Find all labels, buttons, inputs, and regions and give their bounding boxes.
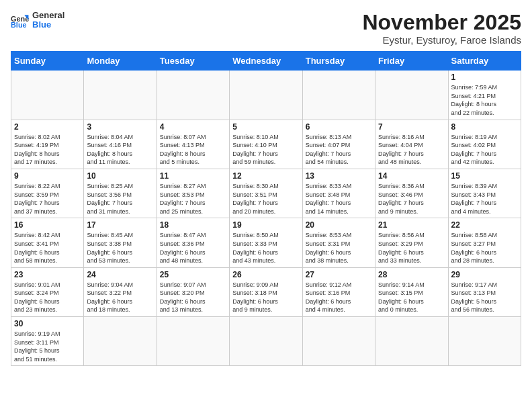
calendar-cell: 5Sunrise: 8:10 AM Sunset: 4:10 PM Daylig… xyxy=(230,120,302,169)
day-number: 17 xyxy=(87,220,153,230)
day-number: 2 xyxy=(14,122,81,132)
day-info: Sunrise: 8:30 AM Sunset: 3:51 PM Dayligh… xyxy=(232,182,299,216)
calendar-cell xyxy=(11,71,84,120)
day-info: Sunrise: 8:45 AM Sunset: 3:38 PM Dayligh… xyxy=(87,231,153,265)
calendar-cell: 10Sunrise: 8:25 AM Sunset: 3:56 PM Dayli… xyxy=(84,169,157,218)
calendar-cell: 21Sunrise: 8:56 AM Sunset: 3:29 PM Dayli… xyxy=(375,218,448,267)
weekday-header: Thursday xyxy=(302,52,375,71)
day-info: Sunrise: 8:19 AM Sunset: 4:02 PM Dayligh… xyxy=(451,133,518,167)
day-info: Sunrise: 8:47 AM Sunset: 3:36 PM Dayligh… xyxy=(160,231,226,265)
month-title: November 2025 xyxy=(362,11,521,34)
weekday-header: Monday xyxy=(84,52,157,71)
day-info: Sunrise: 8:53 AM Sunset: 3:31 PM Dayligh… xyxy=(306,231,372,265)
weekday-header-row: SundayMondayTuesdayWednesdayThursdayFrid… xyxy=(11,52,521,71)
day-number: 18 xyxy=(160,220,226,230)
weekday-header: Sunday xyxy=(11,52,84,71)
location-subtitle: Eystur, Eysturoy, Faroe Islands xyxy=(362,34,521,46)
calendar-cell xyxy=(302,71,375,120)
calendar-cell xyxy=(448,317,521,366)
day-number: 6 xyxy=(306,122,372,132)
day-info: Sunrise: 8:04 AM Sunset: 4:16 PM Dayligh… xyxy=(87,133,153,167)
weekday-header: Friday xyxy=(375,52,448,71)
calendar-cell: 24Sunrise: 9:04 AM Sunset: 3:22 PM Dayli… xyxy=(84,267,157,316)
calendar-cell: 11Sunrise: 8:27 AM Sunset: 3:53 PM Dayli… xyxy=(157,169,229,218)
day-number: 20 xyxy=(306,220,372,230)
day-info: Sunrise: 8:58 AM Sunset: 3:27 PM Dayligh… xyxy=(451,231,518,265)
calendar-cell: 18Sunrise: 8:47 AM Sunset: 3:36 PM Dayli… xyxy=(157,218,229,267)
calendar-cell xyxy=(230,317,302,366)
calendar-cell: 1Sunrise: 7:59 AM Sunset: 4:21 PM Daylig… xyxy=(448,71,521,120)
calendar-cell: 9Sunrise: 8:22 AM Sunset: 3:59 PM Daylig… xyxy=(11,169,84,218)
day-number: 8 xyxy=(451,122,518,132)
day-info: Sunrise: 9:07 AM Sunset: 3:20 PM Dayligh… xyxy=(160,281,226,314)
day-info: Sunrise: 8:39 AM Sunset: 3:43 PM Dayligh… xyxy=(451,182,518,216)
day-number: 22 xyxy=(451,220,518,230)
day-number: 23 xyxy=(14,270,81,279)
calendar-week-row: 1Sunrise: 7:59 AM Sunset: 4:21 PM Daylig… xyxy=(11,71,521,120)
day-number: 5 xyxy=(232,122,299,132)
calendar-cell: 25Sunrise: 9:07 AM Sunset: 3:20 PM Dayli… xyxy=(157,267,229,316)
day-info: Sunrise: 9:09 AM Sunset: 3:18 PM Dayligh… xyxy=(232,281,299,314)
day-number: 3 xyxy=(87,122,153,132)
calendar-cell: 19Sunrise: 8:50 AM Sunset: 3:33 PM Dayli… xyxy=(230,218,302,267)
weekday-header: Wednesday xyxy=(230,52,302,71)
day-number: 13 xyxy=(306,171,372,181)
calendar-cell xyxy=(230,71,302,120)
calendar-cell: 20Sunrise: 8:53 AM Sunset: 3:31 PM Dayli… xyxy=(302,218,375,267)
day-info: Sunrise: 8:10 AM Sunset: 4:10 PM Dayligh… xyxy=(232,133,299,167)
calendar-cell: 29Sunrise: 9:17 AM Sunset: 3:13 PM Dayli… xyxy=(448,267,521,316)
day-number: 30 xyxy=(14,319,81,328)
day-number: 27 xyxy=(306,270,372,279)
day-number: 4 xyxy=(160,122,226,132)
calendar-week-row: 9Sunrise: 8:22 AM Sunset: 3:59 PM Daylig… xyxy=(11,169,521,218)
day-info: Sunrise: 8:36 AM Sunset: 3:46 PM Dayligh… xyxy=(378,182,445,216)
weekday-header: Tuesday xyxy=(157,52,229,71)
calendar-cell: 17Sunrise: 8:45 AM Sunset: 3:38 PM Dayli… xyxy=(84,218,157,267)
day-info: Sunrise: 9:14 AM Sunset: 3:15 PM Dayligh… xyxy=(378,281,445,314)
calendar-cell xyxy=(375,71,448,120)
calendar-cell xyxy=(157,71,229,120)
day-number: 10 xyxy=(87,171,153,181)
calendar-cell: 3Sunrise: 8:04 AM Sunset: 4:16 PM Daylig… xyxy=(84,120,157,169)
calendar-cell: 4Sunrise: 8:07 AM Sunset: 4:13 PM Daylig… xyxy=(157,120,229,169)
calendar-cell xyxy=(84,71,157,120)
logo: General Blue General Blue xyxy=(11,11,64,30)
day-number: 26 xyxy=(232,270,299,279)
title-block: November 2025 Eystur, Eysturoy, Faroe Is… xyxy=(362,11,521,46)
weekday-header: Saturday xyxy=(448,52,521,71)
calendar-cell: 16Sunrise: 8:42 AM Sunset: 3:41 PM Dayli… xyxy=(11,218,84,267)
day-number: 9 xyxy=(14,171,81,181)
day-number: 12 xyxy=(232,171,299,181)
day-number: 28 xyxy=(378,270,445,279)
calendar-week-row: 2Sunrise: 8:02 AM Sunset: 4:19 PM Daylig… xyxy=(11,120,521,169)
day-info: Sunrise: 8:50 AM Sunset: 3:33 PM Dayligh… xyxy=(232,231,299,265)
calendar-cell xyxy=(157,317,229,366)
calendar-week-row: 23Sunrise: 9:01 AM Sunset: 3:24 PM Dayli… xyxy=(11,267,521,316)
calendar-cell: 26Sunrise: 9:09 AM Sunset: 3:18 PM Dayli… xyxy=(230,267,302,316)
day-info: Sunrise: 9:01 AM Sunset: 3:24 PM Dayligh… xyxy=(14,281,81,314)
calendar-cell: 6Sunrise: 8:13 AM Sunset: 4:07 PM Daylig… xyxy=(302,120,375,169)
day-info: Sunrise: 8:07 AM Sunset: 4:13 PM Dayligh… xyxy=(160,133,226,167)
calendar-cell: 8Sunrise: 8:19 AM Sunset: 4:02 PM Daylig… xyxy=(448,120,521,169)
logo-general: General xyxy=(32,11,64,20)
calendar-cell xyxy=(84,317,157,366)
calendar-week-row: 16Sunrise: 8:42 AM Sunset: 3:41 PM Dayli… xyxy=(11,218,521,267)
page-header: General Blue General Blue November 2025 … xyxy=(11,11,521,46)
calendar-cell: 28Sunrise: 9:14 AM Sunset: 3:15 PM Dayli… xyxy=(375,267,448,316)
day-number: 21 xyxy=(378,220,445,230)
day-info: Sunrise: 8:02 AM Sunset: 4:19 PM Dayligh… xyxy=(14,133,81,167)
day-number: 29 xyxy=(451,270,518,279)
calendar-cell: 15Sunrise: 8:39 AM Sunset: 3:43 PM Dayli… xyxy=(448,169,521,218)
calendar-cell: 2Sunrise: 8:02 AM Sunset: 4:19 PM Daylig… xyxy=(11,120,84,169)
calendar-cell: 22Sunrise: 8:58 AM Sunset: 3:27 PM Dayli… xyxy=(448,218,521,267)
calendar-cell xyxy=(302,317,375,366)
calendar-cell: 12Sunrise: 8:30 AM Sunset: 3:51 PM Dayli… xyxy=(230,169,302,218)
calendar-cell xyxy=(375,317,448,366)
day-info: Sunrise: 8:27 AM Sunset: 3:53 PM Dayligh… xyxy=(160,182,226,216)
svg-text:Blue: Blue xyxy=(11,21,27,29)
day-number: 1 xyxy=(451,73,518,82)
calendar-cell: 30Sunrise: 9:19 AM Sunset: 3:11 PM Dayli… xyxy=(11,317,84,366)
day-number: 16 xyxy=(14,220,81,230)
calendar-cell: 7Sunrise: 8:16 AM Sunset: 4:04 PM Daylig… xyxy=(375,120,448,169)
day-info: Sunrise: 9:04 AM Sunset: 3:22 PM Dayligh… xyxy=(87,281,153,314)
